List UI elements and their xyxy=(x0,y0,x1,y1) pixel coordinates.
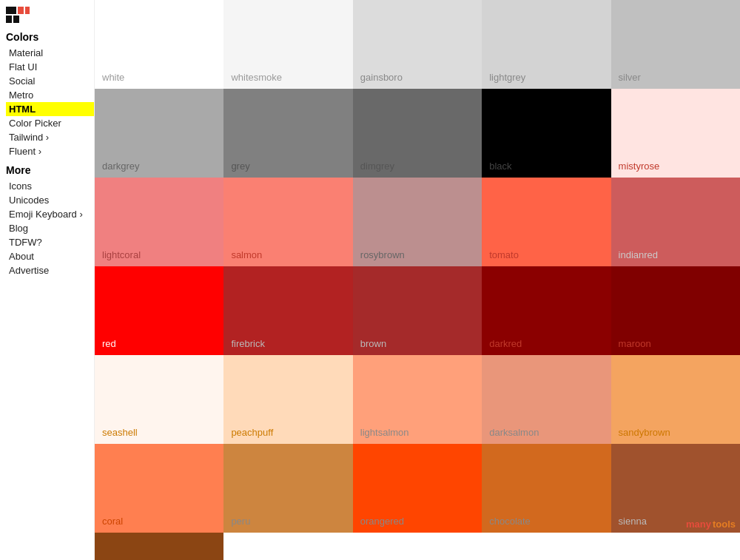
color-name-label: white xyxy=(102,72,124,83)
svg-rect-0 xyxy=(6,7,16,14)
color-cell[interactable]: darkgrey xyxy=(95,89,223,178)
color-cell[interactable]: red xyxy=(95,266,223,355)
sidebar: Colors Material Flat UI Social Metro HTM… xyxy=(0,0,95,560)
svg-rect-3 xyxy=(6,16,12,23)
sidebar-item-material[interactable]: Material xyxy=(6,46,94,60)
color-name-label: lightsalmon xyxy=(360,427,409,438)
sidebar-item-metro[interactable]: Metro xyxy=(6,88,94,102)
color-cell[interactable]: gainsboro xyxy=(353,0,482,89)
color-cell[interactable]: peachpuff xyxy=(223,355,352,444)
sidebar-item-emoji[interactable]: Emoji Keyboard xyxy=(6,207,94,221)
color-cell[interactable]: mistyrose xyxy=(611,89,740,178)
sidebar-item-icons[interactable]: Icons xyxy=(6,179,94,193)
svg-rect-2 xyxy=(25,7,30,14)
color-cell[interactable]: grey xyxy=(223,89,352,178)
color-cell[interactable]: dimgrey xyxy=(353,89,482,178)
color-name-label: darkred xyxy=(489,338,522,349)
sidebar-item-flatui[interactable]: Flat UI xyxy=(6,60,94,74)
logo-area xyxy=(6,6,94,24)
color-name-label: gainsboro xyxy=(360,72,403,83)
color-cell[interactable]: rosybrown xyxy=(353,178,482,266)
sidebar-item-blog[interactable]: Blog xyxy=(6,221,94,235)
color-cell[interactable]: lightsalmon xyxy=(353,355,482,444)
color-cell[interactable]: white xyxy=(95,0,223,89)
color-cell[interactable]: sandybrown xyxy=(611,355,740,444)
color-name-label: darksalmon xyxy=(489,427,539,438)
color-name-label: lightgrey xyxy=(489,72,525,83)
manytools-badge: manytools xyxy=(686,519,736,530)
color-cell[interactable]: brown xyxy=(353,266,482,355)
color-cell[interactable] xyxy=(611,533,740,560)
sidebar-section-more: More xyxy=(6,164,94,176)
color-name-label: dimgrey xyxy=(360,161,394,172)
color-cell[interactable]: darkred xyxy=(482,266,610,355)
color-name-label: brown xyxy=(360,338,386,349)
color-cell[interactable] xyxy=(482,533,610,560)
color-name-label: peachpuff xyxy=(231,427,273,438)
color-name-label: sienna xyxy=(619,516,647,527)
sidebar-item-tdfw[interactable]: TDFW? xyxy=(6,235,94,249)
color-name-label: orangered xyxy=(360,516,404,527)
color-name-label: rosybrown xyxy=(360,249,405,260)
color-cell[interactable]: saddlebrown xyxy=(95,533,223,560)
color-cell[interactable]: maroon xyxy=(611,266,740,355)
sidebar-item-social[interactable]: Social xyxy=(6,74,94,88)
color-cell[interactable]: coral xyxy=(95,444,223,533)
color-name-label: indianred xyxy=(619,249,659,260)
color-cell[interactable]: whitesmoke xyxy=(223,0,352,89)
sidebar-item-advertise[interactable]: Advertise xyxy=(6,263,94,277)
logo-icon xyxy=(6,6,30,24)
color-name-label: darkgrey xyxy=(102,161,140,172)
color-name-label: seashell xyxy=(102,427,138,438)
color-cell[interactable]: lightgrey xyxy=(482,0,610,89)
color-name-label: maroon xyxy=(619,338,651,349)
color-name-label: salmon xyxy=(231,249,262,260)
color-cell[interactable]: peru xyxy=(223,444,352,533)
svg-rect-1 xyxy=(18,7,24,14)
sidebar-item-html[interactable]: HTML xyxy=(6,102,94,116)
color-name-label: red xyxy=(102,338,116,349)
color-name-label: tomato xyxy=(489,249,519,260)
color-cell[interactable] xyxy=(353,533,482,560)
color-name-label: mistyrose xyxy=(619,161,660,172)
main-content: whitewhitesmokegainsborolightgreysilverd… xyxy=(95,0,740,560)
color-cell[interactable]: firebrick xyxy=(223,266,352,355)
color-cell[interactable]: seashell xyxy=(95,355,223,444)
color-cell[interactable]: darksalmon xyxy=(482,355,610,444)
color-name-label: silver xyxy=(619,72,641,83)
color-name-label: grey xyxy=(231,161,249,172)
color-cell[interactable]: siennamanytools xyxy=(611,444,740,533)
color-name-label: coral xyxy=(102,516,123,527)
color-name-label: black xyxy=(489,161,511,172)
color-cell[interactable]: indianred xyxy=(611,178,740,266)
color-cell[interactable]: chocolate xyxy=(482,444,610,533)
sidebar-section-colors: Colors xyxy=(6,31,94,43)
color-cell[interactable]: salmon xyxy=(223,178,352,266)
color-cell[interactable]: orangered xyxy=(353,444,482,533)
svg-rect-4 xyxy=(13,16,19,23)
color-name-label: chocolate xyxy=(489,516,531,527)
color-cell[interactable]: tomato xyxy=(482,178,610,266)
color-grid: whitewhitesmokegainsborolightgreysilverd… xyxy=(95,0,740,560)
color-cell[interactable]: lightcoral xyxy=(95,178,223,266)
sidebar-item-unicodes[interactable]: Unicodes xyxy=(6,193,94,207)
sidebar-item-fluent[interactable]: Fluent xyxy=(6,144,94,158)
color-name-label: sandybrown xyxy=(619,427,670,438)
sidebar-item-about[interactable]: About xyxy=(6,249,94,263)
sidebar-item-tailwind[interactable]: Tailwind xyxy=(6,130,94,144)
color-name-label: whitesmoke xyxy=(231,72,282,83)
color-cell[interactable]: silver xyxy=(611,0,740,89)
color-cell[interactable]: black xyxy=(482,89,610,178)
color-name-label: lightcoral xyxy=(102,249,141,260)
color-cell[interactable] xyxy=(223,533,352,560)
color-name-label: peru xyxy=(231,516,250,527)
sidebar-item-colorpicker[interactable]: Color Picker xyxy=(6,116,94,130)
color-name-label: firebrick xyxy=(231,338,265,349)
